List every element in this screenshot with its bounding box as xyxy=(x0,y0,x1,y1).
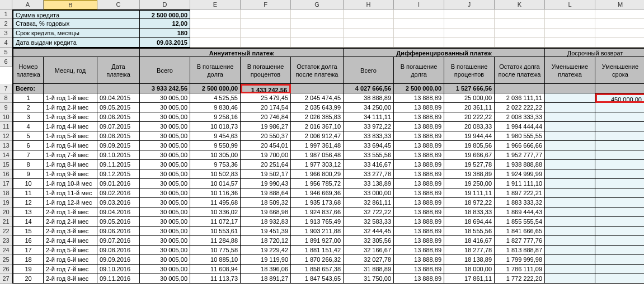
cell-d-balance[interactable]: 1 813 888,87 xyxy=(495,246,545,255)
cell-d-total[interactable]: 33 416,67 xyxy=(344,160,394,169)
empty-cell[interactable] xyxy=(394,29,444,38)
cell-d-balance[interactable]: 2 036 111,11 xyxy=(495,93,545,103)
cell-n[interactable]: 1 xyxy=(12,93,44,103)
col-header[interactable]: C xyxy=(97,0,140,10)
cell-d-principal[interactable]: 13 888,89 xyxy=(394,112,444,122)
empty-cell[interactable] xyxy=(241,10,291,19)
cell-d-principal[interactable]: 13 888,89 xyxy=(394,227,444,236)
col-header[interactable]: E xyxy=(190,0,241,10)
row-header[interactable]: 9 xyxy=(0,103,12,112)
cell-n[interactable]: 13 xyxy=(12,208,44,217)
empty-cell[interactable] xyxy=(495,10,545,19)
cell-date[interactable]: 09.04.2015 xyxy=(97,93,140,103)
cell-a-principal[interactable]: 9 550,99 xyxy=(190,141,241,150)
cell-a-principal[interactable]: 10 305,00 xyxy=(190,150,241,160)
cell-d-principal[interactable]: 13 888,89 xyxy=(394,217,444,227)
cell-d-interest[interactable]: 18 138,89 xyxy=(444,255,495,265)
cell-n[interactable]: 5 xyxy=(12,131,44,141)
cell-a-total[interactable]: 30 005,00 xyxy=(140,255,190,265)
cell-d-balance[interactable]: 1 980 555,55 xyxy=(495,131,545,141)
cell-n[interactable]: 14 xyxy=(12,217,44,227)
cell-date[interactable]: 09.12.2015 xyxy=(97,169,140,179)
cell-d-balance[interactable]: 1 924 999,99 xyxy=(495,169,545,179)
empty-cell[interactable] xyxy=(241,29,291,38)
row-header[interactable]: 5 xyxy=(0,48,12,57)
empty-cell[interactable] xyxy=(190,10,241,19)
cell-n[interactable]: 2 xyxy=(12,103,44,112)
cell-reduce-term[interactable] xyxy=(595,141,644,150)
cell-reduce-pay[interactable] xyxy=(545,179,595,188)
cell-n[interactable]: 8 xyxy=(12,160,44,169)
cell-d-interest[interactable]: 19 944,44 xyxy=(444,131,495,141)
cell-d-balance[interactable]: 1 938 888,88 xyxy=(495,160,545,169)
cell-a-interest[interactable]: 19 119,90 xyxy=(241,255,291,265)
row-header[interactable]: 17 xyxy=(0,179,12,188)
cell-reduce-term[interactable] xyxy=(595,112,644,122)
empty-cell[interactable] xyxy=(394,38,444,48)
cell-month[interactable]: 1-й год 6-й мес xyxy=(44,141,97,150)
cell-a-total[interactable]: 30 005,00 xyxy=(140,169,190,179)
cell-d-interest[interactable]: 19 666,67 xyxy=(444,150,495,160)
row-header[interactable]: 1 xyxy=(0,10,12,19)
cell-reduce-term[interactable] xyxy=(595,150,644,160)
cell-d-principal[interactable]: 13 888,89 xyxy=(394,141,444,150)
cell-date[interactable]: 09.06.2016 xyxy=(97,227,140,236)
row-header[interactable]: 4 xyxy=(0,38,12,48)
cell-reduce-pay[interactable] xyxy=(545,160,595,169)
cell-d-balance[interactable]: 2 008 333,33 xyxy=(495,112,545,122)
cell-n[interactable]: 17 xyxy=(12,246,44,255)
empty-cell[interactable] xyxy=(595,38,644,48)
cell-reduce-term[interactable] xyxy=(595,103,644,112)
empty-cell[interactable] xyxy=(344,38,394,48)
cell-a-balance[interactable]: 1 935 173,68 xyxy=(291,198,344,208)
cell-d-interest[interactable]: 20 083,33 xyxy=(444,122,495,131)
cell-a-total[interactable]: 30 005,00 xyxy=(140,141,190,150)
col-header[interactable]: H xyxy=(344,0,394,10)
cell-d-principal[interactable]: 13 888,89 xyxy=(394,188,444,198)
cell-month[interactable]: 1-й год 11-й мес xyxy=(44,188,97,198)
cell-d-interest[interactable]: 18 000,00 xyxy=(444,265,495,274)
cell-d-principal[interactable]: 13 888,89 xyxy=(394,131,444,141)
cell-date[interactable]: 09.05.2015 xyxy=(97,103,140,112)
cell-a-principal[interactable]: 11 072,17 xyxy=(190,217,241,227)
row-header[interactable]: 7 xyxy=(0,84,12,93)
cell-a-principal[interactable]: 10 502,83 xyxy=(190,169,241,179)
cell-reduce-term[interactable] xyxy=(595,255,644,265)
cell-a-interest[interactable]: 20 454,01 xyxy=(241,141,291,150)
empty-cell[interactable] xyxy=(344,19,394,29)
col-header[interactable]: I xyxy=(394,0,444,10)
cell-d-total[interactable]: 33 000,00 xyxy=(344,188,394,198)
row-header[interactable]: 14 xyxy=(0,150,12,160)
cell-a-interest[interactable]: 18 396,06 xyxy=(241,265,291,274)
row-header[interactable]: 27 xyxy=(0,274,12,284)
cell-d-total[interactable]: 32 305,56 xyxy=(344,236,394,246)
cell-d-total[interactable]: 32 583,33 xyxy=(344,217,394,227)
cell-reduce-term[interactable] xyxy=(595,122,644,131)
cell-early-payment[interactable]: 450 000,00 xyxy=(595,93,644,103)
cell-a-interest[interactable]: 19 451,39 xyxy=(241,227,291,236)
empty-cell[interactable] xyxy=(291,38,344,48)
col-header[interactable]: G xyxy=(291,0,344,10)
cell-a-principal[interactable]: 10 116,36 xyxy=(190,188,241,198)
cell-a-principal[interactable]: 11 284,88 xyxy=(190,236,241,246)
cell-a-principal[interactable]: 11 495,68 xyxy=(190,198,241,208)
row-header[interactable]: 26 xyxy=(0,265,12,274)
cell-month[interactable]: 2-й год 5-й мес xyxy=(44,246,97,255)
row-header[interactable]: 23 xyxy=(0,236,12,246)
empty-cell[interactable] xyxy=(495,19,545,29)
cell-d-balance[interactable]: 1 994 444,44 xyxy=(495,122,545,131)
col-header[interactable]: A xyxy=(12,0,44,10)
cell-n[interactable]: 4 xyxy=(12,122,44,131)
empty-cell[interactable] xyxy=(444,19,495,29)
row-header[interactable]: 20 xyxy=(0,208,12,217)
cell-d-total[interactable]: 32 722,22 xyxy=(344,208,394,217)
param-value-date[interactable]: 09.03.2015 xyxy=(140,38,190,48)
row-header[interactable]: 10 xyxy=(0,112,12,122)
row-header[interactable]: 21 xyxy=(0,217,12,227)
cell-a-balance[interactable]: 2 026 385,83 xyxy=(291,112,344,122)
cell-d-interest[interactable]: 18 277,78 xyxy=(444,246,495,255)
cell-d-interest[interactable]: 25 000,00 xyxy=(444,93,495,103)
cell-a-total[interactable]: 30 005,00 xyxy=(140,179,190,188)
col-header[interactable]: K xyxy=(495,0,545,10)
col-header[interactable]: L xyxy=(545,0,595,10)
